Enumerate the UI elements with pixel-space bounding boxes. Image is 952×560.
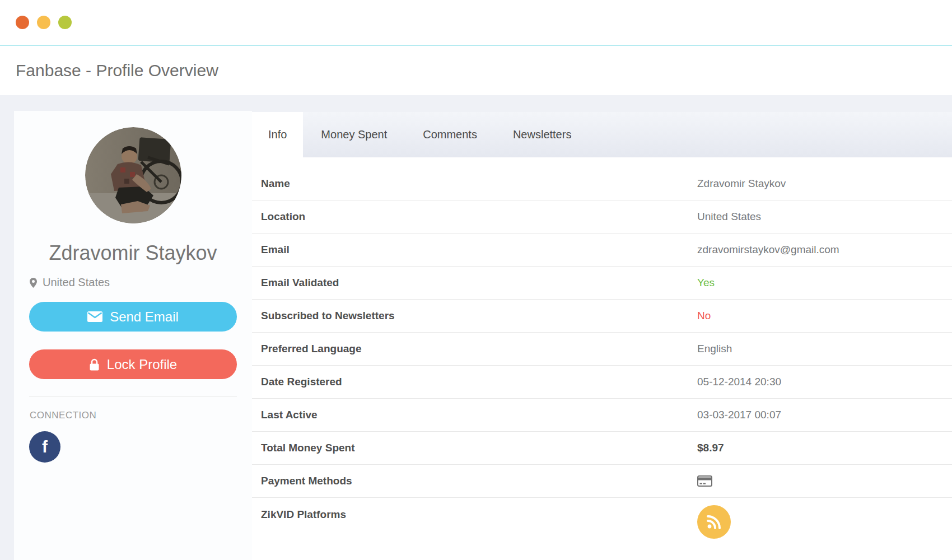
row-label: Subscribed to Newsletters [252,310,395,322]
table-row: Payment Methods [252,465,952,498]
row-value: zdravomirstaykov@gmail.com [697,234,839,266]
profile-location: United States [14,276,252,289]
facebook-glyph: f [42,437,48,456]
row-label: Last Active [252,409,318,421]
row-label: Total Money Spent [252,442,354,454]
row-label: Date Registered [252,376,342,388]
lock-profile-button[interactable]: Lock Profile [29,349,237,379]
table-row: Total Money Spent$8.97 [252,432,952,465]
row-value: $8.97 [697,432,724,464]
row-label: ZikVID Platforms [252,508,346,521]
tab-money-spent[interactable]: Money Spent [303,112,405,157]
send-email-label: Send Email [110,309,179,325]
table-row: ZikVID Platforms [252,498,952,560]
table-row: LocationUnited States [252,200,952,234]
envelope-icon [87,311,102,322]
info-table: NameZdravomir StaykovLocationUnited Stat… [252,157,952,560]
row-value: 03-03-2017 00:07 [697,399,781,431]
row-value: 05-12-2014 20:30 [697,366,781,398]
row-label: Email [252,244,290,256]
table-row: Last Active03-03-2017 00:07 [252,399,952,432]
window-zoom-dot[interactable] [58,16,72,29]
row-label: Payment Methods [252,475,352,487]
profile-name: Zdravomir Staykov [14,242,252,264]
page-title: Fanbase - Profile Overview [16,61,218,80]
table-row: Date Registered05-12-2014 20:30 [252,366,952,399]
profile-card: Zdravomir Staykov United States Send Ema… [14,111,252,560]
credit-card-icon [697,475,712,487]
lock-profile-label: Lock Profile [107,357,177,372]
row-label: Location [252,211,305,223]
main-panel: InfoMoney SpentCommentsNewsletters NameZ… [252,112,952,560]
location-pin-icon [30,278,37,288]
profile-location-text: United States [43,276,110,289]
table-row: Email ValidatedYes [252,267,952,300]
table-row: Subscribed to NewslettersNo [252,300,952,333]
row-value: English [697,333,732,365]
row-label: Email Validated [252,277,339,289]
avatar [85,127,181,223]
card-divider [29,396,237,396]
page-header: Fanbase - Profile Overview [0,45,952,95]
lock-icon [89,358,100,371]
row-label: Preferred Language [252,343,362,355]
row-label: Name [252,178,290,190]
tab-strip: InfoMoney SpentCommentsNewsletters [252,112,952,157]
facebook-icon[interactable]: f [29,431,60,463]
window-minimize-dot[interactable] [37,16,50,29]
send-email-button[interactable]: Send Email [29,302,237,332]
row-value: Yes [697,267,715,299]
row-value [697,465,712,497]
rss-icon[interactable] [697,505,731,539]
row-value: Zdravomir Staykov [697,167,786,200]
table-row: Preferred LanguageEnglish [252,333,952,366]
table-row: NameZdravomir Staykov [252,167,952,200]
tab-info[interactable]: Info [252,112,303,157]
row-value: No [697,300,711,332]
tab-comments[interactable]: Comments [405,112,495,157]
table-row: Emailzdravomirstaykov@gmail.com [252,234,952,267]
row-value [697,498,731,560]
window-title-bar [0,0,952,45]
tab-newsletters[interactable]: Newsletters [495,112,589,157]
connection-heading: CONNECTION [14,410,252,421]
window-close-dot[interactable] [16,16,29,29]
row-value: United States [697,200,761,233]
